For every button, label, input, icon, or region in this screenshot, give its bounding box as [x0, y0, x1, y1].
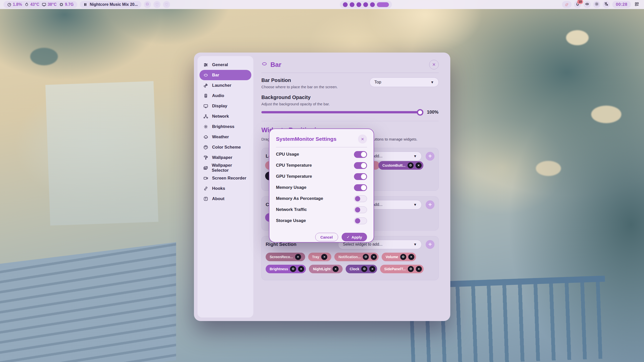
media-player-pill[interactable]: Nightcore Music Mix 20... [80, 1, 141, 8]
memory-usage-toggle[interactable] [354, 184, 367, 191]
chip-remove-button[interactable]: × [321, 254, 327, 260]
modal-close-button[interactable]: × [358, 134, 367, 144]
close-icon: × [371, 267, 373, 271]
chip-settings-button[interactable]: ⚙ [361, 266, 367, 272]
workspace-dot-4[interactable] [363, 2, 368, 7]
chip-settings-button[interactable]: ⚙ [363, 254, 369, 260]
system-stats-pill[interactable]: 1.8% 43°C 38°C [4, 1, 77, 8]
sidebar-item-label: Wallpaper Selector [212, 163, 248, 173]
widget-chip-notification[interactable]: Notification... ⚙ × [334, 253, 379, 261]
cpu-temperature-toggle[interactable] [354, 162, 367, 169]
sidebar-item-color-scheme[interactable]: Color Scheme [199, 142, 251, 152]
chip-remove-button[interactable]: × [371, 254, 377, 260]
heart-icon-button-2[interactable]: ♡ [163, 1, 170, 8]
sidebar-item-wallpaper-selector[interactable]: Wallpaper Selector [199, 163, 251, 173]
toggle-label: CPU Temperature [276, 163, 312, 168]
left-section-add-button[interactable]: + [426, 152, 434, 161]
sidebar-item-wallpaper[interactable]: Wallpaper [199, 152, 251, 163]
sidebar-item-brightness[interactable]: Brightness [199, 121, 251, 132]
widget-chip-sidepaneltoggle[interactable]: SidePanelT... ⚙ × [380, 265, 424, 273]
overview-button[interactable] [633, 1, 640, 8]
heart-icon: ♡ [155, 2, 159, 7]
workspaces-indicator[interactable] [340, 1, 392, 8]
right-section-add-button[interactable]: + [426, 240, 434, 249]
cpu-usage-toggle[interactable] [354, 151, 367, 158]
sidebar-item-weather[interactable]: Weather [199, 132, 251, 142]
cancel-button[interactable]: Cancel [315, 233, 338, 241]
workspace-dot-3[interactable] [356, 2, 361, 7]
pill-icon [261, 61, 267, 69]
opacity-slider[interactable] [261, 111, 423, 113]
chip-remove-button[interactable]: × [416, 162, 422, 168]
sidebar-item-display[interactable]: Display [199, 101, 251, 111]
widget-chip-brightness[interactable]: Brightness ⚙ × [266, 265, 306, 273]
skull-icon-button[interactable] [144, 1, 151, 8]
sidebar-item-label: Audio [212, 93, 224, 98]
heart-icon-button[interactable]: ♡ [153, 1, 160, 8]
workspace-dot-1[interactable] [343, 2, 348, 7]
bar-position-dropdown[interactable]: Top ▼ [370, 77, 439, 87]
sidebar-item-launcher[interactable]: Launcher [199, 80, 251, 90]
widget-chip-nightlight[interactable]: NightLight × [309, 265, 343, 273]
chip-settings-button[interactable]: ⚙ [408, 266, 414, 272]
volume-button[interactable] [584, 1, 591, 8]
workspace-dot-2[interactable] [350, 2, 354, 7]
memory-as-percentage-toggle[interactable] [354, 195, 367, 202]
workspace-dot-5[interactable] [370, 2, 375, 7]
widget-chip-volume[interactable]: Volume ⚙ × [382, 253, 416, 261]
sidebar-item-label: Weather [212, 134, 229, 140]
chip-remove-button[interactable]: × [298, 266, 304, 272]
toggle-label: Memory As Percentage [276, 196, 323, 201]
info-icon [203, 196, 209, 201]
toggle-label: Storage Usage [276, 218, 306, 223]
sidebar-item-bar[interactable]: Bar [199, 70, 251, 80]
chip-remove-button[interactable]: × [369, 266, 375, 272]
widget-chip-custombutton[interactable]: CustomButt... ⚙ × [378, 161, 423, 170]
center-section-add-button[interactable]: + [426, 200, 434, 209]
chip-remove-button[interactable]: × [416, 266, 422, 272]
sidebar-item-general[interactable]: General [199, 60, 251, 70]
sidebar-item-label: Display [212, 104, 227, 109]
chip-remove-button[interactable]: × [295, 254, 301, 260]
sidebar-item-about[interactable]: About [199, 194, 251, 204]
sliders-icon [203, 62, 209, 67]
sun-icon [203, 124, 209, 129]
updates-button[interactable] [562, 1, 572, 8]
close-icon: × [324, 255, 326, 259]
moon-slash-icon [604, 2, 609, 7]
notifications-button[interactable]: 10 [574, 1, 581, 8]
modal-title: SystemMonitor Settings [276, 136, 336, 142]
network-traffic-toggle[interactable] [354, 206, 367, 213]
widget-chip-tray[interactable]: Tray × [308, 253, 332, 261]
brightness-button[interactable] [593, 1, 600, 8]
chip-remove-button[interactable]: × [408, 254, 414, 260]
chip-label: Tray [312, 255, 319, 259]
night-light-button[interactable] [603, 1, 610, 8]
clock-pill[interactable]: 00:28 [612, 1, 631, 8]
workspace-active-pill[interactable] [377, 2, 389, 7]
divider [276, 147, 367, 147]
storage-usage-toggle[interactable] [354, 217, 367, 224]
chip-settings-button[interactable]: ⚙ [290, 266, 296, 272]
gpu-temperature-toggle[interactable] [354, 173, 367, 180]
widget-chip-screenrecorder[interactable]: ScreenReco... × [266, 253, 305, 261]
chip-settings-button[interactable]: ⚙ [408, 162, 414, 168]
sidebar-item-network[interactable]: Network [199, 111, 251, 121]
chip-remove-button[interactable]: × [333, 266, 339, 272]
memory-stat: 9.7G [59, 2, 74, 7]
wallpaper-leaves [30, 48, 58, 65]
chip-label: Brightness [270, 267, 288, 271]
chip-settings-button[interactable]: ⚙ [400, 254, 406, 260]
bar-position-description: Choose where to place the bar on the scr… [261, 85, 338, 89]
window-close-button[interactable]: × [429, 60, 439, 69]
sidebar-item-screen-recorder[interactable]: Screen Recorder [199, 173, 251, 183]
toggle-label: Network Traffic [276, 207, 307, 212]
sidebar-item-audio[interactable]: Audio [199, 90, 251, 101]
widget-chip-clock[interactable]: Clock ⚙ × [346, 265, 377, 273]
gpu-temp-value: 38°C [48, 2, 57, 7]
sidebar-item-hooks[interactable]: Hooks [199, 183, 251, 194]
opacity-slider-knob[interactable] [417, 109, 423, 116]
apply-button[interactable]: ✓ Apply [342, 233, 367, 241]
chip-label: ScreenReco... [270, 255, 293, 259]
cloud-icon [203, 134, 209, 140]
